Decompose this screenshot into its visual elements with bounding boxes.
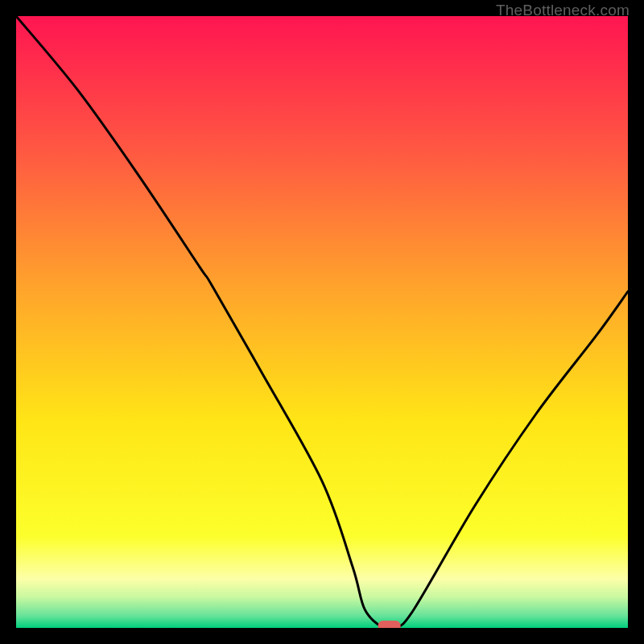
watermark-text: TheBottleneck.com bbox=[496, 2, 630, 19]
gradient-band bbox=[16, 579, 628, 597]
gradient-band bbox=[16, 420, 628, 536]
gradient-band bbox=[16, 285, 628, 419]
gradient-band bbox=[16, 151, 628, 285]
gradient-band bbox=[16, 616, 628, 628]
gradient-band bbox=[16, 597, 628, 616]
plot-area bbox=[16, 16, 628, 628]
chart-container: TheBottleneck.com bbox=[0, 0, 644, 644]
gradient-band bbox=[16, 16, 628, 151]
gradient-band bbox=[16, 536, 628, 579]
